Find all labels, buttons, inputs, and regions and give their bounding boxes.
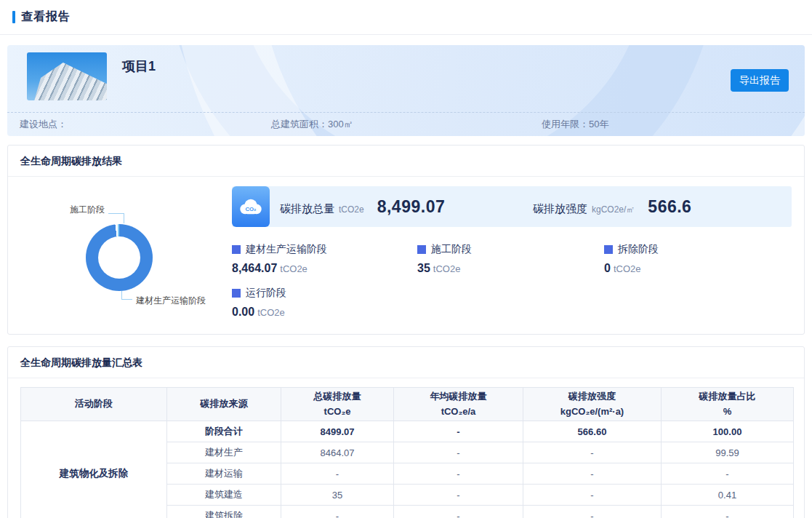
stage-legend: 建材生产运输阶段 8,464.07tCO2e 施工阶段 35tCO2e 拆除阶段…	[232, 243, 792, 319]
legend-unit: tCO2e	[614, 263, 641, 274]
result-panel-title: 全生命周期碳排放结果	[8, 146, 804, 177]
legend-square-icon	[417, 245, 426, 254]
cell-source: 建筑建造	[167, 485, 281, 506]
summary-table: 活动阶段 碳排放来源 总碳排放量tCO₂e 年均碳排放量tCO₂e/a 碳排放强…	[20, 387, 794, 518]
stage-group-cell: 建筑物化及拆除	[21, 421, 167, 518]
cell-total: 8464.07	[281, 442, 394, 463]
summary-table-wrap: 活动阶段 碳排放来源 总碳排放量tCO₂e 年均碳排放量tCO₂e/a 碳排放强…	[8, 378, 804, 518]
legend-value: 0.00	[232, 306, 254, 318]
cell-annual: -	[394, 485, 523, 506]
cell-intensity: -	[523, 463, 662, 485]
total-emission-label: 碳排放总量	[280, 202, 334, 216]
legend-unit: tCO2e	[257, 307, 285, 318]
cell-total: -	[281, 506, 394, 518]
col-emission-ratio: 碳排放量占比%	[662, 388, 794, 421]
cell-intensity: -	[523, 506, 662, 518]
emission-stats: CO₂ 碳排放总量 tCO2e 8,499.07 碳排放强度 kgCO2e/㎡ …	[232, 186, 792, 319]
cell-intensity: -	[523, 442, 662, 463]
intensity-unit: kgCO2e/㎡	[592, 204, 635, 216]
project-info-row: 建设地点： 总建筑面积：300㎡ 使用年限：50年	[7, 112, 805, 136]
legend-unit: tCO2e	[433, 263, 461, 274]
legend-item-materials: 建材生产运输阶段 8,464.07tCO2e	[232, 243, 417, 275]
cell-annual: -	[394, 421, 523, 442]
cell-intensity: 566.60	[523, 421, 662, 442]
legend-square-icon	[232, 245, 241, 254]
legend-label: 运行阶段	[246, 287, 286, 300]
project-card: 项目1 导出报告 建设地点： 总建筑面积：300㎡ 使用年限：50年	[7, 45, 805, 136]
col-emission-source: 碳排放来源	[167, 388, 281, 421]
donut-callout-materials: 建材生产运输阶段	[136, 295, 206, 307]
col-annual-emission: 年均碳排放量tCO₂e/a	[394, 388, 523, 421]
donut-leader-line	[121, 291, 132, 300]
lifespan-value: 50年	[589, 119, 608, 130]
area-label: 总建筑面积：	[271, 119, 328, 130]
table-row: 建筑物化及拆除 阶段合计 8499.07 - 566.60 100.00	[21, 421, 794, 442]
project-name: 项目1	[122, 57, 156, 75]
area-value: 300㎡	[328, 119, 353, 130]
lifespan-label: 使用年限：	[542, 119, 589, 130]
intensity-value: 566.6	[648, 197, 691, 217]
project-photo	[27, 52, 107, 100]
cell-source: 建材运输	[167, 463, 281, 485]
cell-source: 建材生产	[167, 442, 281, 463]
project-area: 总建筑面积：300㎡	[271, 118, 542, 131]
cell-source: 建筑拆除	[167, 506, 281, 518]
legend-item-operation: 运行阶段 0.00tCO2e	[232, 287, 417, 319]
donut-leader-line	[108, 213, 124, 223]
emission-intensity-stat: 碳排放强度 kgCO2e/㎡ 566.6	[533, 197, 691, 217]
legend-square-icon	[232, 289, 241, 298]
cell-annual: -	[394, 506, 523, 518]
page-title: 查看报告	[21, 9, 71, 25]
cell-ratio: 0.41	[662, 485, 794, 506]
cell-annual: -	[394, 442, 523, 463]
total-emission-stat: 碳排放总量 tCO2e 8,499.07	[270, 197, 533, 217]
legend-label: 拆除阶段	[618, 243, 659, 256]
cell-ratio: 100.00	[662, 421, 794, 442]
project-lifespan: 使用年限：50年	[542, 118, 608, 131]
legend-label: 施工阶段	[431, 243, 472, 256]
legend-item-demolition: 拆除阶段 0tCO2e	[604, 243, 792, 275]
legend-square-icon	[604, 245, 613, 254]
page-header: 查看报告	[0, 0, 812, 35]
cell-intensity: -	[523, 485, 662, 506]
emission-totals-banner: CO₂ 碳排放总量 tCO2e 8,499.07 碳排放强度 kgCO2e/㎡ …	[232, 186, 792, 227]
co2-cloud-icon: CO₂	[232, 186, 270, 227]
legend-value: 8,464.07	[232, 262, 277, 274]
location-label: 建设地点：	[20, 119, 67, 130]
result-panel-body: 施工阶段 建材生产运输阶段 CO₂ 碳排放总量 tCO2e	[8, 177, 804, 334]
title-accent-bar	[12, 11, 15, 23]
legend-value: 35	[417, 262, 430, 274]
col-activity-stage: 活动阶段	[21, 388, 167, 421]
donut-callout-construction: 施工阶段	[70, 204, 105, 216]
cell-total: 8499.07	[281, 421, 394, 442]
cell-ratio: -	[662, 506, 794, 518]
cell-ratio: 99.59	[662, 442, 794, 463]
lifecycle-result-panel: 全生命周期碳排放结果 施工阶段 建材生产运输阶段 CO₂	[7, 145, 805, 335]
legend-unit: tCO2e	[280, 263, 307, 274]
project-location: 建设地点：	[7, 118, 271, 131]
legend-item-construction: 施工阶段 35tCO2e	[417, 243, 604, 275]
col-emission-intensity: 碳排放强度kgCO₂e/(m²·a)	[523, 388, 662, 421]
emission-donut-chart: 施工阶段 建材生产运输阶段	[8, 177, 232, 334]
export-report-button[interactable]: 导出报告	[731, 69, 789, 92]
project-card-top: 项目1 导出报告	[7, 45, 805, 113]
summary-table-panel: 全生命周期碳排放量汇总表 活动阶段 碳排放来源 总碳排放量tCO₂e 年均碳排放…	[7, 346, 805, 518]
cell-ratio: -	[662, 463, 794, 485]
svg-text:CO₂: CO₂	[245, 206, 257, 212]
total-emission-unit: tCO2e	[339, 204, 364, 215]
cell-annual: -	[394, 463, 523, 485]
building-image	[33, 63, 107, 100]
summary-panel-title: 全生命周期碳排放量汇总表	[8, 347, 804, 378]
table-header-row: 活动阶段 碳排放来源 总碳排放量tCO₂e 年均碳排放量tCO₂e/a 碳排放强…	[21, 388, 794, 421]
col-total-emission: 总碳排放量tCO₂e	[281, 388, 394, 421]
cell-source: 阶段合计	[167, 421, 281, 442]
legend-label: 建材生产运输阶段	[246, 243, 327, 256]
intensity-label: 碳排放强度	[533, 202, 587, 216]
total-emission-value: 8,499.07	[377, 197, 446, 217]
cell-total: -	[281, 463, 394, 485]
legend-value: 0	[604, 262, 611, 274]
donut-ring	[86, 224, 153, 291]
cell-total: 35	[281, 485, 394, 506]
